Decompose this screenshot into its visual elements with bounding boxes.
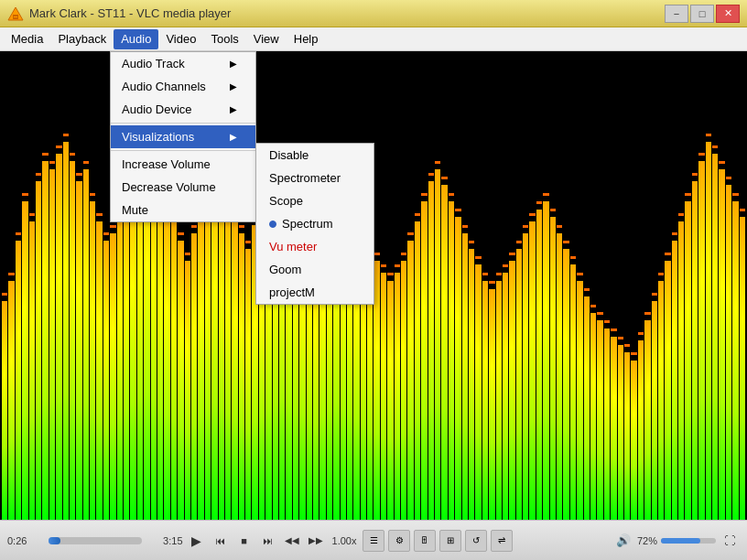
spectrum-bar — [685, 51, 690, 520]
minimize-button[interactable]: − — [665, 5, 688, 23]
audio-channels-item[interactable]: Audio Channels ▶ — [111, 75, 255, 98]
playlist-button[interactable]: ☰ — [363, 530, 384, 552]
spectrum-bar — [536, 51, 542, 520]
menu-audio[interactable]: Audio — [114, 29, 158, 49]
vis-vu-meter[interactable]: Vu meter — [256, 235, 374, 258]
volume-icon[interactable]: 🔊 — [613, 531, 633, 551]
step-fwd-button[interactable]: ▶▶ — [306, 531, 326, 551]
spectrum-bar-fill — [624, 352, 630, 520]
spectrum-bar-fill — [475, 264, 481, 520]
menu-separator — [111, 123, 255, 124]
window-title: Mark Clark - ST11 - VLC media player — [29, 6, 231, 20]
spectrum-peak — [672, 232, 677, 235]
spectrum-peak — [652, 293, 657, 296]
spectrum-bar-fill — [124, 193, 129, 520]
spectrum-peak — [428, 173, 434, 176]
vis-disable[interactable]: Disable — [256, 144, 374, 167]
spectrum-bar — [563, 51, 568, 520]
spectrum-peak — [441, 177, 447, 179]
spectrum-bar-fill — [597, 320, 602, 520]
volume-percent: 72% — [637, 535, 657, 546]
menu-view[interactable]: View — [246, 29, 287, 49]
spectrum-bar — [374, 51, 379, 520]
volume-slider[interactable] — [661, 538, 716, 544]
progress-bar[interactable] — [49, 537, 142, 544]
maximize-button[interactable]: □ — [690, 5, 714, 23]
vis-projectm[interactable]: projectM — [256, 281, 374, 304]
decrease-volume-item[interactable]: Decrease Volume — [111, 176, 255, 199]
spectrum-bar — [489, 51, 494, 520]
spectrum-bar-fill — [2, 301, 7, 520]
spectrum-peak — [421, 193, 427, 196]
increase-volume-item[interactable]: Increase Volume — [111, 153, 255, 176]
spectrum-bar-fill — [36, 181, 41, 520]
spectrum-bar-fill — [232, 217, 237, 520]
spectrum-peak — [381, 264, 386, 267]
spectrum-bar — [90, 51, 95, 520]
spectrum-bar — [449, 51, 454, 520]
menu-help[interactable]: Help — [287, 29, 326, 49]
current-time: 0:26 — [7, 535, 39, 546]
spectrum-bar-fill — [407, 241, 413, 520]
spectrum-bar-fill — [496, 281, 502, 520]
chapnav-button[interactable]: ⊞ — [439, 530, 461, 552]
spectrum-bar-fill — [70, 161, 75, 520]
play-button[interactable]: ▶ — [187, 531, 207, 551]
controls-bar: 0:26 3:15 ▶ ⏮ ■ ⏭ ◀◀ ▶▶ 1.00x ☰ ⚙ 🎚 ⊞ ↺ … — [0, 520, 747, 560]
stop-button[interactable]: ■ — [234, 531, 254, 551]
audio-device-item[interactable]: Audio Device ▶ — [111, 98, 255, 121]
spectrum-peak — [611, 328, 616, 331]
spectrum-bar — [712, 51, 718, 520]
fullscreen-button[interactable]: ⛶ — [720, 531, 740, 551]
spectrum-bar — [462, 51, 468, 520]
spectrum-peak — [2, 293, 7, 296]
visualizations-item[interactable]: Visualizations ▶ — [111, 125, 255, 148]
spectrum-bar — [441, 51, 447, 520]
menu-tools[interactable]: Tools — [203, 29, 245, 49]
spectrum-bar-fill — [435, 169, 440, 520]
mute-item[interactable]: Mute — [111, 199, 255, 221]
audio-dropdown-menu: Audio Track ▶ Audio Channels ▶ Audio Dev… — [110, 51, 256, 222]
spectrum-peak — [543, 193, 548, 196]
spectrum-peak — [96, 213, 102, 216]
step-back-button[interactable]: ◀◀ — [282, 531, 302, 551]
spectrum-bar-fill — [56, 154, 61, 520]
vis-spectrum[interactable]: Spectrum — [256, 212, 374, 235]
menu-playback[interactable]: Playback — [50, 29, 114, 49]
next-button[interactable]: ⏭ — [258, 531, 278, 551]
spectrum-bar-fill — [631, 361, 636, 520]
spectrum-peak — [719, 161, 724, 164]
spectrum-peak — [597, 312, 602, 315]
spectrum-bar-fill — [577, 281, 582, 520]
spectrum-bar — [692, 51, 698, 520]
spectrum-peak — [692, 173, 698, 176]
menu-video[interactable]: Video — [158, 29, 203, 49]
spectrum-bar-fill — [8, 281, 14, 520]
loop-button[interactable]: ↺ — [465, 530, 487, 552]
spectrum-bar-fill — [604, 328, 610, 520]
spectrum-bar-fill — [509, 261, 514, 520]
extended-button[interactable]: ⚙ — [388, 530, 410, 552]
effects-button[interactable]: 🎚 — [414, 530, 436, 552]
vis-spectrometer[interactable]: Spectrometer — [256, 167, 374, 189]
spectrum-bar — [395, 51, 400, 520]
audio-track-item[interactable]: Audio Track ▶ — [111, 52, 255, 75]
main-content: Audio Track ▶ Audio Channels ▶ Audio Dev… — [0, 51, 747, 520]
spectrum-peak — [732, 193, 738, 196]
prev-button[interactable]: ⏮ — [211, 531, 231, 551]
spectrum-bar-fill — [563, 249, 568, 520]
shuffle-button[interactable]: ⇌ — [491, 530, 513, 552]
spectrum-bar-fill — [719, 169, 724, 520]
spectrum-bar-fill — [42, 161, 48, 520]
spectrum-peak — [83, 161, 89, 164]
vis-scope[interactable]: Scope — [256, 189, 374, 212]
menu-media[interactable]: Media — [4, 29, 50, 49]
spectrum-bar-fill — [740, 217, 745, 520]
spectrum-bar-fill — [550, 217, 556, 520]
spectrum-peak — [8, 273, 14, 275]
spectrum-peak — [503, 264, 508, 267]
vis-goom[interactable]: Goom — [256, 258, 374, 281]
window-controls: − □ ✕ — [665, 5, 740, 23]
spectrum-bar — [590, 51, 596, 520]
close-button[interactable]: ✕ — [716, 5, 740, 23]
